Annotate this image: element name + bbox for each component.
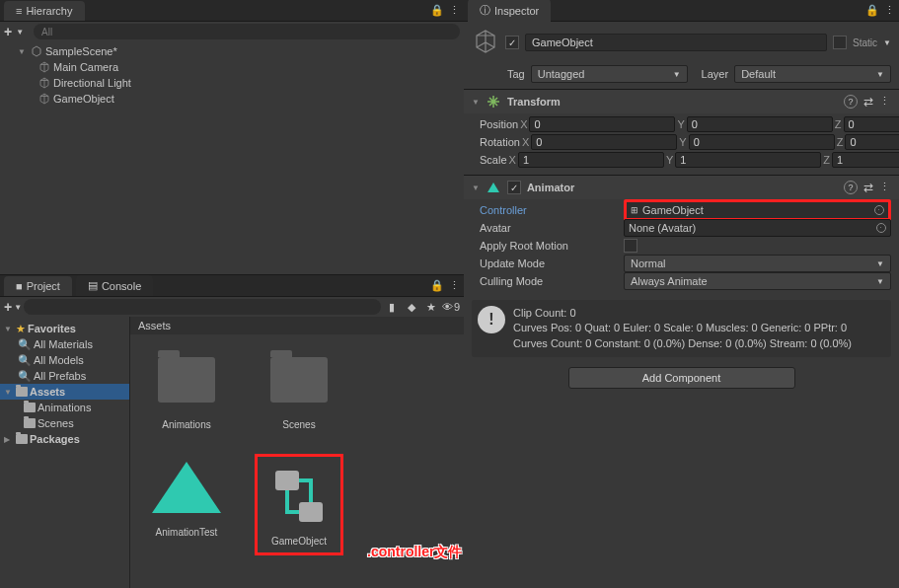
asset-controller[interactable]: GameObject	[255, 454, 343, 555]
hierarchy-search-input[interactable]	[34, 24, 460, 39]
animation-icon	[152, 462, 221, 513]
static-dropdown-icon[interactable]: ▼	[883, 38, 891, 47]
lock-icon[interactable]: 🔒	[428, 277, 446, 295]
scene-row[interactable]: ▼ SampleScene*	[0, 43, 464, 59]
search-icon: 🔍	[18, 370, 32, 383]
star-icon: ★	[16, 323, 26, 335]
rot-y-input[interactable]	[689, 134, 835, 150]
scl-x-input[interactable]	[518, 152, 664, 168]
add-component-button[interactable]: Add Component	[568, 367, 795, 389]
menu-icon[interactable]: ⋮	[879, 95, 891, 109]
menu-icon[interactable]: ⋮	[879, 181, 891, 194]
scl-z-input[interactable]	[832, 152, 899, 168]
transform-icon	[486, 94, 501, 110]
controller-field[interactable]: ⊞GameObject	[624, 199, 891, 221]
controller-icon	[265, 463, 333, 530]
asset-folder[interactable]: Animations	[142, 346, 231, 430]
folder-icon	[24, 418, 36, 428]
folder-icon	[16, 387, 28, 397]
rot-z-input[interactable]	[845, 134, 899, 150]
culling-mode-dropdown[interactable]: Always Animate▼	[624, 272, 891, 290]
object-picker-icon[interactable]	[876, 223, 886, 233]
content-breadcrumb[interactable]: Assets	[130, 317, 464, 334]
folder-icon	[24, 403, 36, 412]
packages-folder[interactable]: ▶Packages	[0, 431, 129, 447]
favorite-icon[interactable]: ★	[422, 298, 440, 316]
unity-icon	[30, 44, 43, 58]
help-icon[interactable]: ?	[844, 95, 858, 109]
layer-dropdown[interactable]: Default▼	[734, 65, 891, 83]
folder-icon	[16, 434, 28, 444]
lock-icon[interactable]: 🔒	[428, 2, 446, 20]
console-tab[interactable]: ▤Console	[76, 275, 153, 296]
info-icon: !	[478, 306, 505, 333]
pos-x-input[interactable]	[529, 116, 675, 132]
folder-icon	[270, 357, 328, 403]
static-label: Static	[853, 37, 877, 48]
folder-item[interactable]: Animations	[0, 400, 129, 415]
component-enabled-checkbox[interactable]	[507, 181, 521, 194]
gameobject-icon	[37, 92, 51, 106]
hidden-count[interactable]: 👁9	[442, 301, 460, 313]
hierarchy-item[interactable]: GameObject	[0, 91, 464, 107]
object-picker-icon[interactable]	[874, 205, 884, 215]
visibility-icon: 👁	[442, 301, 453, 313]
gameobject-name-input[interactable]	[525, 34, 827, 51]
menu-icon[interactable]: ⋮	[881, 2, 899, 20]
favorite-item[interactable]: 🔍All Models	[0, 352, 129, 368]
favorites-header[interactable]: ▼★Favorites	[0, 321, 129, 336]
asset-folder[interactable]: Scenes	[255, 346, 343, 430]
root-motion-checkbox[interactable]	[624, 239, 637, 253]
svg-rect-0	[275, 471, 299, 490]
chevron-down-icon[interactable]: ▼	[472, 98, 480, 107]
gameobject-icon	[37, 60, 51, 74]
favorite-item[interactable]: 🔍All Materials	[0, 336, 129, 352]
chevron-down-icon[interactable]: ▼	[18, 47, 28, 56]
animator-icon	[486, 180, 501, 195]
scl-y-input[interactable]	[675, 152, 821, 168]
gameobject-icon	[472, 28, 499, 57]
create-dropdown-icon[interactable]: ▼	[16, 28, 24, 37]
filter-icon[interactable]: ▮	[383, 298, 401, 316]
hierarchy-item[interactable]: Main Camera	[0, 59, 464, 75]
hierarchy-tab[interactable]: ≡Hierarchy	[4, 1, 85, 21]
annotation-text: .controller文件	[367, 544, 462, 561]
gameobject-icon	[37, 76, 51, 90]
asset-animation[interactable]: AnimationTest	[142, 454, 231, 555]
folder-icon	[158, 357, 215, 403]
create-button[interactable]: +	[4, 299, 12, 315]
project-search-input[interactable]	[24, 299, 381, 315]
settings-icon[interactable]: ⇄	[863, 181, 873, 194]
tag-label: Tag	[507, 68, 525, 80]
hierarchy-item[interactable]: Directional Light	[0, 75, 464, 91]
favorite-item[interactable]: 🔍All Prefabs	[0, 368, 129, 384]
search-icon: 🔍	[18, 338, 32, 351]
search-icon: 🔍	[18, 354, 32, 367]
lock-icon[interactable]: 🔒	[863, 2, 881, 20]
menu-icon[interactable]: ⋮	[446, 2, 464, 20]
static-checkbox[interactable]	[833, 36, 847, 49]
assets-folder[interactable]: ▼Assets	[0, 384, 129, 400]
info-box: ! Clip Count: 0 Curves Pos: 0 Quat: 0 Eu…	[472, 300, 891, 357]
create-button[interactable]: +	[4, 24, 12, 39]
avatar-field[interactable]: None (Avatar)	[624, 219, 891, 237]
layer-label: Layer	[702, 68, 729, 80]
tag-dropdown[interactable]: Untagged▼	[531, 65, 688, 83]
menu-icon[interactable]: ⋮	[446, 277, 464, 295]
rot-x-input[interactable]	[531, 134, 677, 150]
help-icon[interactable]: ?	[844, 181, 858, 194]
svg-rect-1	[299, 502, 323, 522]
project-tab[interactable]: ■Project	[4, 276, 72, 296]
folder-item[interactable]: Scenes	[0, 415, 129, 431]
scene-label: SampleScene*	[45, 45, 117, 57]
chevron-down-icon[interactable]: ▼	[472, 184, 480, 192]
pos-z-input[interactable]	[844, 116, 899, 132]
inspector-tab[interactable]: ⓘInspector	[468, 0, 551, 22]
label-icon[interactable]: ◆	[403, 298, 420, 316]
settings-icon[interactable]: ⇄	[863, 95, 873, 109]
active-checkbox[interactable]	[505, 36, 519, 49]
create-dropdown-icon[interactable]: ▼	[14, 303, 22, 312]
update-mode-dropdown[interactable]: Normal▼	[624, 255, 891, 272]
pos-y-input[interactable]	[687, 116, 833, 132]
